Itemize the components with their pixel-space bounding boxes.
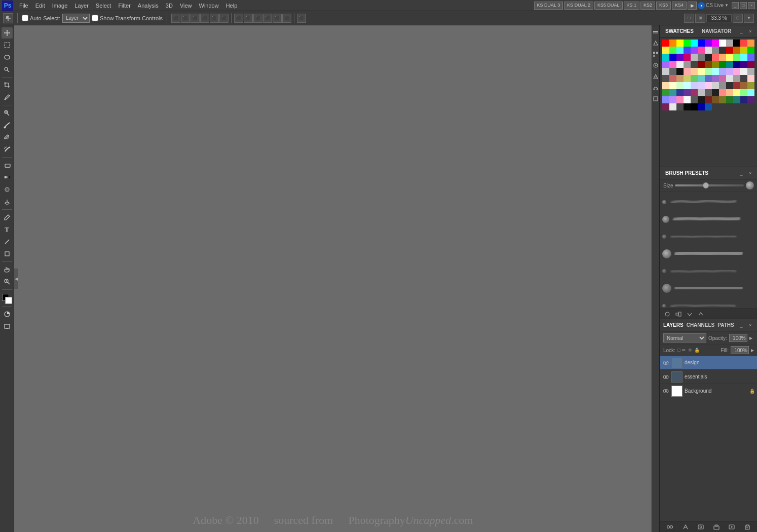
tool-text[interactable]: T [2, 224, 13, 235]
color-swatch[interactable] [712, 68, 719, 75]
color-swatch[interactable] [669, 68, 676, 75]
color-swatch[interactable] [712, 96, 719, 103]
color-swatch[interactable] [676, 68, 684, 75]
distribute-right-btn[interactable]: ⬛ [253, 14, 262, 23]
color-swatch[interactable] [662, 103, 669, 110]
layers-foot-link[interactable] [665, 522, 674, 531]
align-center-h-btn[interactable]: ⬛ [181, 14, 190, 23]
tool-eraser[interactable] [2, 160, 13, 171]
snap-btn[interactable]: ⊡ [733, 14, 743, 23]
layers-minimize[interactable]: _ [738, 322, 745, 329]
color-swatch[interactable] [691, 75, 698, 82]
color-swatch[interactable] [684, 68, 691, 75]
tool-lasso[interactable] [2, 52, 13, 63]
color-swatch[interactable] [698, 103, 705, 110]
right-icon-5[interactable] [651, 72, 660, 81]
align-left-btn[interactable]: ⬛ [171, 14, 180, 23]
color-swatch[interactable] [676, 103, 684, 110]
color-swatch[interactable] [669, 54, 676, 61]
right-icon-3[interactable] [651, 50, 660, 59]
tool-screen-mode[interactable] [2, 321, 13, 332]
color-swatch[interactable] [684, 82, 691, 89]
color-swatch[interactable] [719, 54, 726, 61]
brush-list-item[interactable] [662, 263, 755, 279]
color-swatch[interactable] [669, 61, 676, 68]
lock-move-icon[interactable]: ✛ [688, 348, 692, 353]
color-swatch[interactable] [669, 75, 676, 82]
color-swatch[interactable] [662, 82, 669, 89]
color-swatch[interactable] [698, 75, 705, 82]
color-swatch[interactable] [747, 47, 754, 54]
color-swatch[interactable] [669, 103, 676, 110]
color-swatch[interactable] [705, 103, 712, 110]
color-swatch[interactable] [747, 68, 754, 75]
color-swatch[interactable] [691, 82, 698, 89]
layers-foot-new[interactable] [727, 522, 736, 531]
color-swatch[interactable] [705, 75, 712, 82]
color-swatch[interactable] [676, 61, 684, 68]
tool-shape[interactable] [2, 248, 13, 259]
color-swatch[interactable] [719, 47, 726, 54]
color-swatch[interactable] [740, 82, 747, 89]
color-swatch[interactable] [684, 54, 691, 61]
color-swatch[interactable] [705, 61, 712, 68]
color-swatch[interactable] [740, 47, 747, 54]
layers-foot-group[interactable] [712, 522, 721, 531]
brush-list-item[interactable] [662, 211, 755, 227]
show-transform-checkbox[interactable] [92, 15, 98, 21]
tool-marquee[interactable] [2, 40, 13, 51]
screen-mode-btn[interactable]: ▼ [744, 14, 754, 23]
color-swatch[interactable] [705, 40, 712, 47]
tool-quick-mask[interactable] [2, 309, 13, 320]
color-swatch[interactable] [726, 75, 733, 82]
color-swatch[interactable] [740, 68, 747, 75]
move-tool-btn[interactable] [3, 13, 13, 23]
tool-pen[interactable] [2, 212, 13, 223]
color-swatch[interactable] [691, 40, 698, 47]
image-mode-btn[interactable]: □ [684, 14, 694, 23]
cs-live-arrow[interactable]: ▼ [725, 3, 729, 8]
color-swatch[interactable] [698, 96, 705, 103]
distribute-left-btn[interactable]: ⬛ [234, 14, 243, 23]
color-swatch[interactable] [691, 96, 698, 103]
layer-visibility-icon[interactable] [662, 373, 669, 381]
tool-dodge[interactable] [2, 196, 13, 207]
color-swatch[interactable] [705, 96, 712, 103]
tool-path-select[interactable] [2, 236, 13, 247]
zoom-input[interactable] [706, 14, 732, 22]
right-icon-2[interactable] [651, 39, 660, 48]
color-swatch[interactable] [726, 68, 733, 75]
color-swatch[interactable] [676, 75, 684, 82]
tool-quick-select[interactable] [2, 64, 13, 75]
color-swatch[interactable] [698, 40, 705, 47]
color-swatch[interactable] [691, 68, 698, 75]
layer-item[interactable]: essentials [660, 370, 757, 384]
color-swatch[interactable] [669, 40, 676, 47]
tool-hand[interactable] [2, 264, 13, 275]
opacity-arrow[interactable]: ▶ [749, 336, 752, 340]
color-swatch[interactable] [684, 103, 691, 110]
color-swatch[interactable] [733, 96, 740, 103]
panel-collapse-handle[interactable]: ◀ [14, 269, 18, 289]
color-swatch[interactable] [726, 54, 733, 61]
menu-analysis[interactable]: Analysis [135, 2, 162, 10]
color-swatch[interactable] [676, 54, 684, 61]
color-swatch[interactable] [669, 47, 676, 54]
brush-size-thumb[interactable] [703, 182, 709, 188]
color-swatch[interactable] [662, 40, 669, 47]
layers-foot-fx[interactable] [681, 522, 690, 531]
right-icon-6[interactable] [651, 83, 660, 92]
color-swatch[interactable] [726, 96, 733, 103]
workspace-btn-ks2[interactable]: KS2 [640, 2, 655, 10]
color-swatch[interactable] [740, 40, 747, 47]
color-swatch[interactable] [662, 54, 669, 61]
cs-live-label[interactable]: CS Live [706, 3, 724, 8]
fill-input[interactable] [731, 346, 749, 354]
color-swatch[interactable] [691, 89, 698, 96]
align-right-btn[interactable]: ⬛ [191, 14, 200, 23]
color-swatch[interactable] [747, 89, 754, 96]
color-swatch[interactable] [719, 40, 726, 47]
color-swatch[interactable] [712, 47, 719, 54]
tool-clone-stamp[interactable] [2, 132, 13, 143]
menu-image[interactable]: Image [49, 2, 71, 10]
